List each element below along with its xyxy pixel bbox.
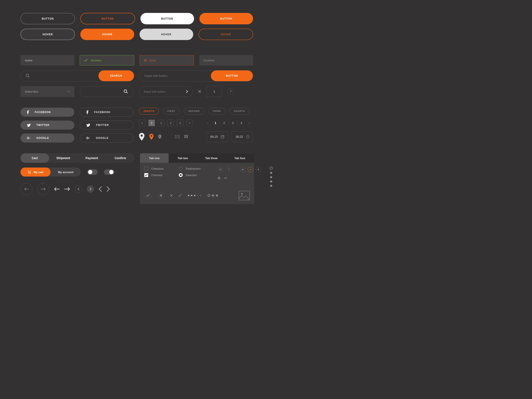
dot-pager[interactable]: [208, 194, 218, 197]
pager-flat-next[interactable]: ›: [245, 121, 253, 125]
pager-page-2[interactable]: 2: [158, 120, 164, 126]
button-default-hover[interactable]: HOVER: [20, 29, 75, 40]
button-default-outline[interactable]: BUTTON: [20, 13, 75, 24]
close-small-icon[interactable]: [170, 194, 173, 197]
map-pin-active-icon[interactable]: [149, 134, 154, 140]
mail-icon[interactable]: [175, 135, 179, 138]
cart-icon: [28, 170, 32, 174]
google-button-solid[interactable]: GOOGLE: [20, 133, 74, 143]
chip-fourth[interactable]: FOURTH: [229, 108, 250, 114]
chip-zeroth[interactable]: ZEROTH: [139, 108, 159, 114]
help-button[interactable]: ?: [228, 88, 234, 95]
input-with-button-wrap[interactable]: Imput with button BUTTON: [139, 70, 253, 81]
button-white-solid[interactable]: BUTTON: [140, 13, 194, 24]
map-pin-small-icon[interactable]: [158, 135, 161, 139]
twitter-button-outline[interactable]: TWITTER: [80, 120, 133, 130]
pager-next[interactable]: >: [186, 120, 193, 126]
input-error-label: Error: [150, 59, 156, 62]
search-button[interactable]: SEARCH: [98, 70, 134, 81]
nav-prev-circle[interactable]: [20, 183, 32, 195]
search-input-wrap[interactable]: SEARCH: [20, 70, 134, 81]
plus-icon[interactable]: [218, 177, 221, 180]
radio-checked-icon[interactable]: [179, 173, 183, 177]
map-pin-large-icon[interactable]: [139, 133, 145, 141]
facebook-button-outline[interactable]: FACEBOOK: [80, 108, 133, 117]
chevron-down-circle-active-icon[interactable]: [248, 167, 253, 172]
step-payment[interactable]: Payment: [77, 153, 106, 163]
facebook-button-solid[interactable]: FACEBOOK: [20, 108, 74, 117]
check-circle-icon[interactable]: [144, 192, 152, 199]
close-circle-large-icon[interactable]: [157, 192, 165, 199]
close-icon[interactable]: [198, 90, 201, 93]
star-rating[interactable]: [187, 194, 202, 197]
checkbox-icon[interactable]: [144, 167, 148, 171]
help-circle-icon[interactable]: ?: [226, 167, 231, 172]
check-small-icon[interactable]: [178, 194, 182, 197]
checkbox-checked-row[interactable]: Checked: [144, 173, 170, 177]
button-orange-outline-hover[interactable]: HOVER: [199, 29, 253, 40]
button-orange-solid[interactable]: BUTTON: [199, 13, 253, 24]
step-shipment[interactable]: Shipment: [49, 153, 78, 163]
radio-icon[interactable]: [179, 167, 183, 171]
chip-second[interactable]: SECOND: [184, 108, 204, 114]
chevron-left-large-icon[interactable]: [99, 186, 102, 192]
minus-icon[interactable]: [224, 177, 227, 180]
my-cart-tab[interactable]: My cart: [20, 168, 51, 177]
number-stepper[interactable]: 1 ˄˅: [207, 86, 222, 97]
dot-icon[interactable]: [270, 185, 272, 187]
checkbox-unchecked-row[interactable]: Checkbox: [144, 167, 170, 171]
button-white-hover[interactable]: HOVER: [139, 29, 193, 40]
chevron-right-large-icon[interactable]: [107, 186, 110, 192]
input-success[interactable]: Success: [80, 55, 134, 65]
radio-checked-row[interactable]: Selected: [179, 173, 209, 177]
my-account-tab[interactable]: My account: [51, 168, 81, 177]
date-picker[interactable]: 09.15: [207, 131, 228, 142]
button-orange-outline[interactable]: BUTTON: [80, 13, 135, 24]
phone-icon[interactable]: [184, 135, 188, 139]
pager-flat-2[interactable]: 2: [220, 121, 228, 125]
tab-two[interactable]: Tab two: [169, 153, 197, 163]
chip-first[interactable]: FIRST: [163, 108, 180, 114]
chevron-right-circle-filled[interactable]: [87, 185, 94, 193]
close-circle-icon[interactable]: [218, 167, 223, 172]
dot-icon[interactable]: [270, 176, 272, 178]
time-picker[interactable]: 16:22: [232, 131, 253, 142]
input-active[interactable]: Active: [20, 55, 74, 65]
toggle-on[interactable]: [87, 169, 98, 175]
round-input-with-chevron[interactable]: Imput with button: [139, 86, 193, 97]
pager-flat-3[interactable]: 3: [229, 121, 237, 125]
button-orange-hover[interactable]: HOVER: [80, 29, 134, 40]
select-box[interactable]: Select Box: [20, 86, 74, 97]
arrow-right-icon[interactable]: [64, 187, 70, 191]
dot-icon[interactable]: [270, 180, 272, 183]
chevron-right-circle-icon[interactable]: [255, 167, 261, 172]
nav-next-circle[interactable]: [37, 183, 49, 195]
step-cart[interactable]: Cart: [20, 153, 49, 163]
dot-icon[interactable]: [270, 172, 272, 174]
pager-page-1[interactable]: 1: [148, 120, 155, 126]
pager-page-3[interactable]: 3: [167, 120, 174, 126]
chevron-left-circle[interactable]: [75, 185, 82, 193]
input-error[interactable]: Error: [139, 55, 194, 65]
arrow-left-icon[interactable]: [54, 187, 60, 191]
chip-third[interactable]: THIRD: [208, 108, 226, 114]
pager-flat-4[interactable]: 4: [238, 121, 245, 125]
pager-page-4[interactable]: 4: [177, 120, 183, 126]
tab-four[interactable]: Tab four: [226, 153, 254, 163]
twitter-button-solid[interactable]: TWITTER: [20, 120, 74, 130]
dot-outline-icon[interactable]: [270, 167, 273, 170]
step-confirm[interactable]: Confirm: [106, 153, 135, 163]
radio-unchecked-row[interactable]: Radiobutton: [179, 167, 209, 171]
checkbox-checked-icon[interactable]: [144, 173, 148, 177]
tab-three[interactable]: Tab three: [197, 153, 226, 163]
chevron-down-circle-icon[interactable]: [240, 167, 246, 172]
input-action-button[interactable]: BUTTON: [211, 70, 253, 81]
tab-one[interactable]: Tab one: [140, 153, 169, 163]
pager-prev[interactable]: <: [139, 120, 145, 126]
google-button-outline[interactable]: GOOGLE: [80, 133, 133, 143]
pager-flat-prev[interactable]: ‹: [204, 121, 212, 125]
pager-flat-1[interactable]: 1: [212, 121, 220, 125]
stepper-arrows[interactable]: ˄˅: [219, 89, 220, 94]
round-search-input[interactable]: [80, 86, 133, 97]
toggle-off[interactable]: [104, 169, 114, 175]
